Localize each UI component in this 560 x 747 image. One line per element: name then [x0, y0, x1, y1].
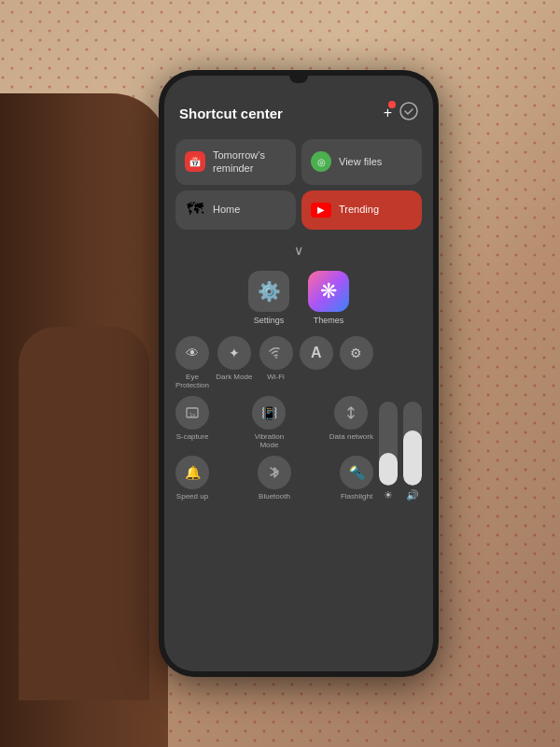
bluetooth-icon — [258, 456, 291, 489]
toggle-label: EyeProtection — [175, 373, 209, 390]
toggle-label: Dark Mode — [216, 373, 252, 382]
app-icons-row: ⚙️ Settings ❋ Themes — [175, 267, 422, 329]
app-label: Themes — [314, 316, 344, 325]
notification-badge — [388, 101, 396, 108]
view-files-icon: ◎ — [311, 151, 331, 172]
chevron-down-icon: ∨ — [294, 243, 303, 258]
vibration-icon: 📳 — [252, 396, 286, 430]
themes-app-icon: ❋ — [308, 271, 349, 312]
toggle-label: S-capture — [176, 432, 209, 442]
toggle-font[interactable]: A — [300, 336, 333, 390]
toggle-rows: 👁 EyeProtection ✦ Dark Mode — [175, 336, 373, 501]
toggle-label: VibrationMode — [255, 432, 284, 450]
s-capture-icon: 1s — [175, 396, 209, 430]
speed-up-icon: 🔔 — [175, 456, 209, 489]
shortcut-label: View files — [339, 155, 382, 168]
toggle-eye-protection[interactable]: 👁 EyeProtection — [175, 336, 209, 390]
svg-point-3 — [400, 103, 417, 120]
shortcut-grid: 📅 Tomorrow's reminder ◎ View files 🗺 — [175, 135, 422, 233]
maps-icon: 🗺 — [185, 200, 205, 220]
shortcut-home[interactable]: 🗺 Home — [175, 190, 296, 230]
toggle-display-settings[interactable]: ⚙ — [340, 336, 373, 390]
youtube-icon: ▶ — [311, 200, 331, 220]
brightness-icon: ☀ — [384, 489, 393, 501]
sliders-container: ☀ 🔊 — [379, 336, 422, 501]
toggle-row-3: 🔔 Speed up Bluetooth � — [175, 456, 373, 501]
flashlight-icon: 🔦 — [340, 456, 373, 489]
svg-point-4 — [275, 357, 277, 359]
shortcut-trending[interactable]: ▶ Trending — [301, 190, 422, 230]
volume-icon: 🔊 — [406, 489, 419, 501]
volume-track — [403, 402, 422, 486]
add-button[interactable]: + — [384, 105, 392, 121]
toggle-label: Data network — [329, 432, 373, 442]
data-network-icon — [334, 396, 368, 430]
toggle-row-2: 1s S-capture 📳 VibrationMode — [175, 396, 373, 450]
toggle-flashlight[interactable]: 🔦 Flashlight — [340, 456, 373, 501]
toggle-wifi[interactable]: Wi-Fi — [259, 336, 293, 390]
wifi-icon — [259, 336, 293, 370]
shortcut-tomorrows-reminder[interactable]: 📅 Tomorrow's reminder — [175, 139, 296, 185]
volume-fill — [403, 430, 422, 486]
toggle-speed-up[interactable]: 🔔 Speed up — [175, 456, 209, 501]
check-button[interactable] — [399, 102, 418, 124]
display-settings-icon: ⚙ — [340, 336, 373, 370]
app-themes[interactable]: ❋ Themes — [308, 271, 349, 325]
toggle-bluetooth[interactable]: Bluetooth — [258, 456, 291, 501]
toggle-label: Bluetooth — [259, 492, 290, 501]
page-title: Shortcut center — [179, 106, 283, 121]
shortcut-label: Tomorrow's reminder — [213, 148, 287, 176]
bottom-section: 👁 EyeProtection ✦ Dark Mode — [175, 336, 422, 501]
toggle-dark-mode[interactable]: ✦ Dark Mode — [216, 336, 252, 390]
font-icon: A — [300, 336, 333, 370]
toggle-label: Speed up — [176, 492, 208, 501]
brightness-track — [379, 402, 398, 486]
brightness-slider[interactable]: ☀ — [379, 402, 398, 501]
toggle-label: Flashlight — [341, 492, 372, 501]
svg-text:1s: 1s — [189, 412, 195, 417]
volume-slider[interactable]: 🔊 — [403, 402, 422, 501]
eye-protection-icon: 👁 — [175, 336, 209, 370]
toggle-row-1: 👁 EyeProtection ✦ Dark Mode — [175, 336, 373, 390]
brightness-fill — [379, 453, 398, 485]
header-actions: + — [384, 102, 418, 124]
expand-row[interactable]: ∨ — [175, 241, 422, 260]
toggle-s-capture[interactable]: 1s S-capture — [175, 396, 209, 450]
header: Shortcut center + — [175, 98, 422, 128]
dark-mode-icon: ✦ — [217, 336, 251, 370]
app-settings[interactable]: ⚙️ Settings — [248, 271, 289, 325]
toggle-label: Wi-Fi — [267, 373, 285, 382]
toggle-data-network[interactable]: Data network — [329, 396, 373, 450]
toggle-vibration-mode[interactable]: 📳 VibrationMode — [252, 396, 286, 450]
shortcut-label: Trending — [339, 203, 379, 216]
shortcut-label: Home — [213, 203, 240, 216]
calendar-icon: 📅 — [185, 151, 205, 172]
app-label: Settings — [254, 316, 285, 325]
settings-app-icon: ⚙️ — [248, 271, 289, 312]
shortcut-view-files[interactable]: ◎ View files — [301, 139, 422, 185]
